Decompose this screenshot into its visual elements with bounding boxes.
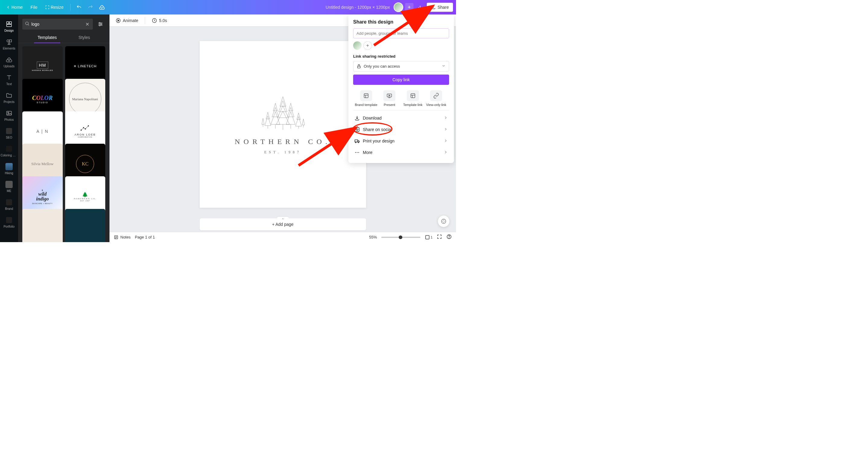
svg-point-18 <box>100 24 101 25</box>
nav-projects[interactable]: Projects <box>0 89 18 107</box>
present-button[interactable]: Present <box>378 90 401 107</box>
nav-label: Portfolio <box>4 225 15 228</box>
duration-button[interactable]: 5.0s <box>149 17 169 25</box>
lock-icon <box>356 64 361 69</box>
nav-hiking[interactable]: Hiking <box>0 160 18 178</box>
nav-coloring[interactable]: Coloring Bo… <box>0 142 18 160</box>
notes-button[interactable]: Notes <box>114 235 131 240</box>
search-clear-button[interactable]: ✕ <box>84 22 91 27</box>
resize-icon <box>45 5 50 9</box>
zoom-thumb[interactable] <box>399 235 402 239</box>
template-link-button[interactable]: Template link <box>401 90 425 107</box>
brand-template-button[interactable]: Brand template <box>354 90 378 107</box>
side-panel: ✕ Templates Styles HMHANNAH MORALES♛ ✕ L… <box>18 15 110 242</box>
list-label: Print your design <box>363 139 395 143</box>
design-icon <box>6 21 12 27</box>
svg-rect-49 <box>411 94 415 97</box>
seo-thumb-icon <box>6 128 12 134</box>
template-grid: HMHANNAH MORALES♛ ✕ LINETECH COLORSTUDIO… <box>18 43 110 242</box>
help-bubble[interactable] <box>438 215 450 227</box>
svg-rect-42 <box>358 66 360 68</box>
resize-button[interactable]: Resize <box>42 3 67 11</box>
svg-marker-25 <box>118 20 119 22</box>
nav-label: Text <box>6 82 12 86</box>
svg-rect-4 <box>7 22 9 24</box>
nav-brand[interactable]: Brand <box>0 196 18 213</box>
hiking-thumb-icon <box>5 163 13 170</box>
zoom-slider[interactable] <box>381 237 421 238</box>
grid-view-button[interactable]: 1 <box>425 235 433 240</box>
zoom-percent[interactable]: 55% <box>369 235 377 239</box>
search-box[interactable]: ✕ <box>22 19 93 30</box>
copy-link-button[interactable]: Copy link <box>353 75 449 85</box>
access-label: Only you can access <box>364 64 400 68</box>
nav-label: ME <box>7 189 11 193</box>
undo-icon <box>76 4 82 10</box>
file-menu[interactable]: File <box>27 3 40 11</box>
template-text: KC <box>76 155 94 173</box>
pages-expand-handle[interactable] <box>277 217 289 221</box>
search-input[interactable] <box>31 22 84 27</box>
chevron-down-icon <box>441 64 446 69</box>
redo-button[interactable] <box>86 2 95 12</box>
tab-styles[interactable]: Styles <box>76 32 92 43</box>
notes-icon <box>114 235 119 240</box>
download-option[interactable]: Download <box>353 112 449 124</box>
top-left-group: Home File Resize <box>3 2 107 12</box>
template-text: ✕ LINETECH <box>73 64 96 68</box>
nav-seo[interactable]: SEO <box>0 124 18 142</box>
page-indicator[interactable]: Page 1 of 1 <box>135 235 155 239</box>
template-text: HANNAH MORALES <box>32 69 53 71</box>
play-motion-icon <box>116 18 121 23</box>
home-button[interactable]: Home <box>3 3 26 11</box>
animate-button[interactable]: Animate <box>113 17 141 25</box>
view-only-link-button[interactable]: View-only link <box>425 90 448 107</box>
help-button[interactable] <box>446 234 452 240</box>
grid-label: Present <box>384 103 395 107</box>
nav-design[interactable]: Design <box>0 18 18 35</box>
nav-text[interactable]: Text <box>0 71 18 89</box>
add-person-button[interactable]: + <box>364 41 372 50</box>
template-text: EST. 1987 <box>74 200 96 202</box>
template-text: STUDIO <box>32 102 53 104</box>
svg-line-61 <box>374 9 428 45</box>
chevron-right-icon <box>444 139 448 144</box>
svg-point-23 <box>88 125 89 126</box>
template-card[interactable] <box>65 209 105 242</box>
sliders-icon <box>97 21 103 27</box>
svg-line-63 <box>299 131 351 166</box>
grid-label: Brand template <box>355 103 377 107</box>
svg-point-19 <box>99 25 100 26</box>
nav-label: Elements <box>3 47 16 50</box>
redo-icon <box>88 4 93 10</box>
nav-label: Hiking <box>5 171 13 175</box>
filter-button[interactable] <box>95 19 105 30</box>
nav-label: Photos <box>4 118 13 121</box>
template-card[interactable] <box>22 209 63 242</box>
chevron-left-icon <box>6 5 10 9</box>
tab-templates[interactable]: Templates <box>36 32 59 43</box>
nav-uploads[interactable]: Uploads <box>0 53 18 71</box>
cloud-check-icon <box>99 4 105 10</box>
svg-rect-5 <box>9 22 11 24</box>
nav-elements[interactable]: Elements <box>0 35 18 53</box>
template-text: Silvia Mellow <box>31 162 54 166</box>
fullscreen-button[interactable] <box>437 234 442 240</box>
access-dropdown[interactable]: Only you can access <box>353 61 449 71</box>
cloud-sync-button[interactable] <box>97 2 107 12</box>
collaborator-avatar[interactable] <box>353 41 362 50</box>
chevron-right-icon <box>444 150 448 155</box>
svg-line-13 <box>28 25 29 25</box>
grid-icon <box>425 235 430 240</box>
undo-button[interactable] <box>74 2 84 12</box>
nav-label: Uploads <box>4 65 15 68</box>
nav-label: Coloring Bo… <box>1 154 18 157</box>
template-text: HM <box>37 62 48 69</box>
nav-portfolio[interactable]: Portfolio <box>0 213 18 231</box>
search-row: ✕ <box>18 15 110 32</box>
print-option[interactable]: Print your design <box>353 135 449 147</box>
brand-template-icon <box>363 93 369 99</box>
more-option[interactable]: More <box>353 147 449 158</box>
nav-me[interactable]: ME <box>0 178 18 196</box>
nav-photos[interactable]: Photos <box>0 107 18 124</box>
